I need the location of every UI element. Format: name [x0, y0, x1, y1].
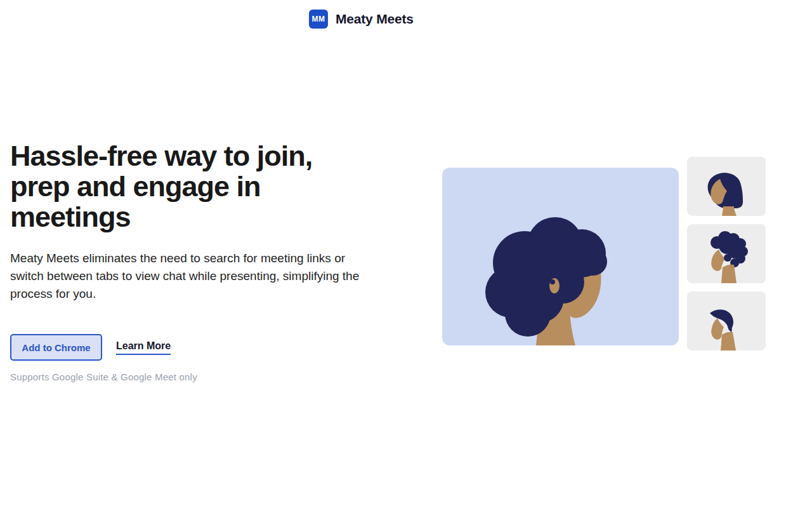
- avatar-short-hair-illustration: [687, 291, 766, 351]
- hero-description-line: switch between tabs to view chat while p…: [10, 267, 416, 285]
- brand-name: Meaty Meets: [336, 11, 414, 27]
- hero-section: Hassle-free way to join, prep and engage…: [10, 141, 416, 382]
- person-profile-illustration: [442, 168, 679, 345]
- avatar-card-short-hair: [687, 291, 766, 351]
- hero-description: Meaty Meets eliminates the need to searc…: [10, 250, 416, 303]
- hero-description-line: process for you.: [10, 285, 416, 303]
- avatar-card-bob-hair: [687, 157, 766, 216]
- illustration-main-card: [442, 168, 679, 345]
- avatar-card-curly-hair: [687, 224, 766, 283]
- brand-logo-icon: MM: [309, 10, 328, 29]
- cta-row: Add to Chrome Learn More: [10, 334, 416, 361]
- avatar-curly-hair-illustration: [687, 224, 766, 283]
- hero-description-line: Meaty Meets eliminates the need to searc…: [10, 250, 416, 267]
- page-title: Hassle-free way to join, prep and engage…: [10, 141, 416, 232]
- landing-page: { "header": { "logo_text": "MM", "brand_…: [0, 0, 812, 508]
- avatar-bob-hair-illustration: [687, 157, 766, 216]
- learn-more-link[interactable]: Learn More: [116, 340, 171, 355]
- page-title-line: Hassle-free way to join,: [10, 141, 416, 171]
- page-title-line: prep and engage in: [10, 171, 416, 202]
- page-title-line: meetings: [10, 202, 416, 232]
- support-note: Supports Google Suite & Google Meet only: [10, 371, 416, 382]
- add-to-chrome-button[interactable]: Add to Chrome: [10, 334, 102, 361]
- site-header: MM Meaty Meets: [309, 10, 414, 29]
